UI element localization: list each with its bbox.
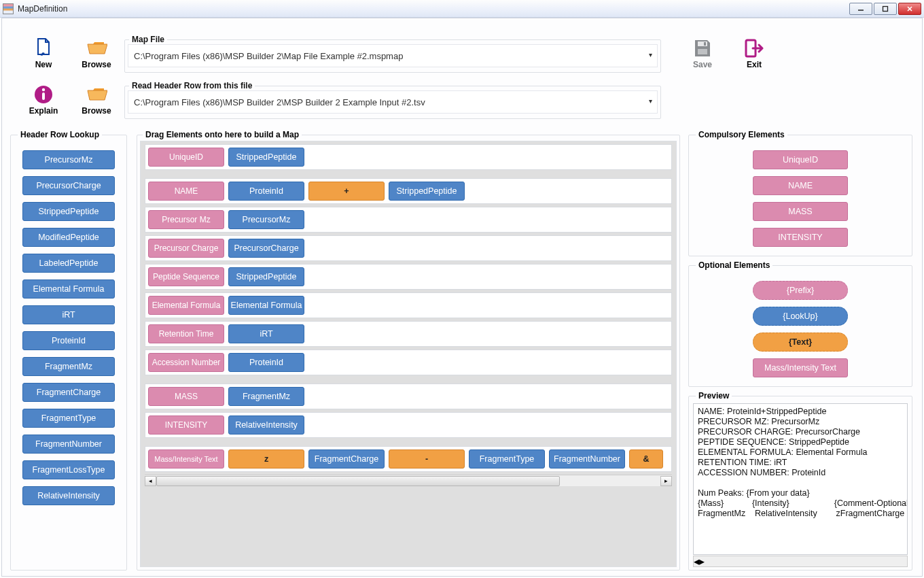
lookup-item[interactable]: FragmentCharge (22, 383, 115, 402)
lookup-item[interactable]: StrippedPeptide (22, 202, 115, 221)
compulsory-item[interactable]: UniqueID (753, 150, 848, 169)
lookup-item[interactable]: ProteinId (22, 331, 115, 350)
map-cell[interactable]: Precursor Mz (148, 210, 224, 229)
map-row[interactable]: Mass/Intensity TextzFragmentCharge-Fragm… (145, 446, 672, 472)
chevron-down-icon[interactable]: ▾ (646, 51, 654, 61)
explain-label: Explain (22, 106, 65, 116)
map-cell[interactable]: PrecursorMz (228, 210, 304, 229)
lookup-item[interactable]: FragmentLossType (22, 460, 115, 479)
browse-headerfile-button[interactable]: Browse (75, 84, 118, 116)
scroll-left-icon[interactable]: ◂ (694, 555, 699, 568)
lookup-item[interactable]: iRT (22, 305, 115, 324)
map-cell[interactable]: StrippedPeptide (228, 267, 304, 286)
save-button[interactable]: Save (681, 37, 724, 69)
map-row[interactable]: Precursor ChargePrecursorCharge (145, 235, 672, 261)
compulsory-item[interactable]: MASS (753, 202, 848, 221)
headerfile-input[interactable] (132, 91, 646, 113)
map-cell[interactable]: Elemental Formula (228, 296, 304, 315)
window-buttons (849, 3, 921, 15)
map-row[interactable]: Precursor MzPrecursorMz (145, 207, 672, 233)
map-cell[interactable]: MASS (148, 387, 224, 406)
optional-legend: Optional Elements (696, 260, 772, 270)
lookup-item[interactable]: Elemental Formula (22, 279, 115, 299)
map-cell[interactable]: StrippedPeptide (389, 182, 465, 201)
map-cell[interactable]: Mass/Intensity Text (148, 449, 224, 469)
minimize-button[interactable] (849, 3, 872, 15)
map-cell[interactable]: ProteinId (228, 353, 304, 372)
browse-mapfile-button[interactable]: Browse (75, 37, 118, 69)
scroll-right-icon[interactable]: ▸ (660, 476, 672, 486)
map-cell[interactable]: UniqueID (148, 148, 224, 167)
lookup-item[interactable]: PrecursorMz (22, 150, 115, 169)
mapfile-combo[interactable]: ▾ (128, 44, 658, 67)
map-cell[interactable]: StrippedPeptide (228, 148, 304, 167)
browse-headerfile-label: Browse (75, 106, 118, 116)
lookup-panel: Header Row Lookup PrecursorMzPrecursorCh… (10, 130, 127, 571)
lookup-legend: Header Row Lookup (18, 130, 102, 139)
map-cell[interactable]: FragmentCharge (308, 449, 385, 469)
map-cell[interactable]: & (629, 449, 663, 469)
optional-panel: Optional Elements {Prefix}{LookUp}{Text}… (688, 260, 912, 387)
map-row[interactable]: Peptide SequenceStrippedPeptide (145, 264, 672, 290)
optional-item[interactable]: Mass/Intensity Text (753, 358, 848, 377)
map-row[interactable]: UniqueIDStrippedPeptide (145, 144, 672, 170)
svg-rect-6 (42, 92, 45, 100)
lookup-item[interactable]: FragmentNumber (22, 435, 115, 454)
build-area[interactable]: UniqueIDStrippedPeptideNAMEProteinId+Str… (140, 141, 677, 567)
map-cell[interactable]: Elemental Formula (148, 296, 224, 315)
lookup-item[interactable]: PrecursorCharge (22, 176, 115, 195)
map-row[interactable]: NAMEProteinId+StrippedPeptide (145, 178, 672, 204)
map-cell[interactable]: ProteinId (228, 182, 304, 201)
build-scrollbar[interactable]: ◂▸ (145, 475, 672, 486)
map-cell[interactable]: Retention Time (148, 324, 224, 343)
lookup-item[interactable]: FragmentMz (22, 357, 115, 376)
lookup-item[interactable]: RelativeIntensity (22, 486, 115, 505)
mapfile-group: Map File ▾ (124, 35, 661, 73)
map-cell[interactable]: Accession Number (148, 353, 224, 372)
lookup-item[interactable]: FragmentType (22, 409, 115, 428)
map-cell[interactable]: Precursor Charge (148, 239, 224, 258)
map-cell[interactable]: iRT (228, 324, 304, 343)
compulsory-item[interactable]: NAME (753, 176, 848, 195)
svg-point-5 (42, 88, 45, 91)
lookup-item[interactable]: ModifiedPeptide (22, 228, 115, 247)
svg-rect-8 (698, 49, 707, 54)
svg-rect-1 (883, 6, 888, 11)
map-row[interactable]: Retention TimeiRT (145, 321, 672, 347)
map-cell[interactable]: RelativeIntensity (228, 415, 304, 435)
optional-item[interactable]: {LookUp} (753, 307, 848, 326)
map-cell[interactable]: FragmentType (469, 449, 545, 469)
scroll-right-icon[interactable]: ▸ (699, 555, 705, 568)
map-cell[interactable]: NAME (148, 182, 224, 201)
map-cell[interactable]: PrecursorCharge (228, 239, 304, 258)
scroll-left-icon[interactable]: ◂ (145, 476, 156, 486)
window-title: MapDefinition (18, 4, 67, 14)
browse-mapfile-label: Browse (75, 60, 118, 69)
close-button[interactable] (898, 3, 921, 15)
map-cell[interactable]: Peptide Sequence (148, 267, 224, 286)
map-row[interactable]: Elemental FormulaElemental Formula (145, 292, 672, 318)
info-icon (33, 84, 54, 105)
new-button[interactable]: New (22, 37, 65, 69)
map-cell[interactable]: INTENSITY (148, 415, 224, 435)
headerfile-combo[interactable]: ▾ (128, 90, 658, 114)
map-cell[interactable]: FragmentMz (228, 387, 304, 406)
preview-scrollbar[interactable]: ◂ ▸ (693, 556, 908, 567)
compulsory-item[interactable]: INTENSITY (753, 228, 848, 247)
maximize-button[interactable] (874, 3, 897, 15)
exit-button[interactable]: Exit (733, 37, 775, 69)
map-cell[interactable]: - (389, 449, 465, 469)
new-label: New (22, 60, 65, 69)
mapfile-input[interactable] (132, 45, 646, 67)
chevron-down-icon[interactable]: ▾ (646, 97, 654, 107)
optional-item[interactable]: {Text} (753, 333, 848, 352)
map-cell[interactable]: + (308, 182, 385, 201)
lookup-item[interactable]: LabeledPeptide (22, 254, 115, 273)
map-row[interactable]: MASSFragmentMz (145, 384, 672, 409)
map-row[interactable]: INTENSITYRelativeIntensity (145, 412, 672, 438)
explain-button[interactable]: Explain (22, 84, 65, 116)
optional-item[interactable]: {Prefix} (753, 281, 848, 300)
map-cell[interactable]: z (228, 449, 304, 469)
map-cell[interactable]: FragmentNumber (549, 449, 625, 469)
map-row[interactable]: Accession NumberProteinId (145, 350, 672, 375)
